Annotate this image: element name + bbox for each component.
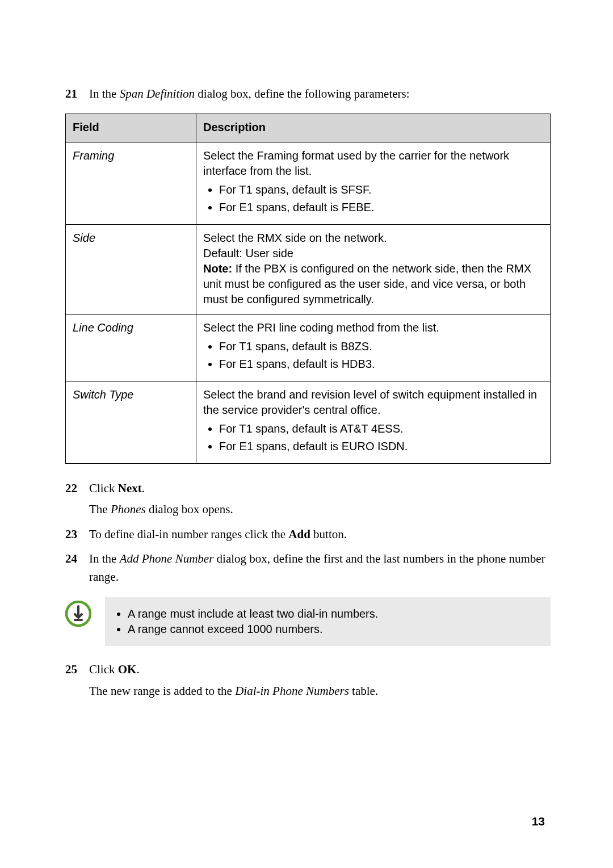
note-icon <box>65 601 91 627</box>
note-callout: A range must include at least two dial-i… <box>65 597 551 646</box>
header-field: Field <box>66 114 196 142</box>
field-desc: Select the PRI line coding method from t… <box>196 314 551 381</box>
step-number: 24 <box>65 550 89 586</box>
bullet-list: For T1 spans, default is SFSF. For E1 sp… <box>203 182 543 215</box>
list-item: For T1 spans, default is SFSF. <box>219 182 543 198</box>
bullet-list: For T1 spans, default is AT&T 4ESS. For … <box>203 421 543 454</box>
desc-note: Note: If the PBX is configured on the ne… <box>203 261 543 307</box>
field-desc: Select the RMX side on the network. Defa… <box>196 224 551 314</box>
list-item: For E1 spans, default is EURO ISDN. <box>219 439 543 454</box>
table-row: Switch Type Select the brand and revisio… <box>66 381 551 463</box>
text-bold: OK <box>118 662 137 676</box>
text: button. <box>310 527 347 541</box>
text-italic: Span Definition <box>120 87 195 100</box>
step-25: 25 Click OK. The new range is added to t… <box>65 661 551 700</box>
field-name: Switch Type <box>66 381 196 463</box>
text: . <box>142 481 145 495</box>
field-desc: Select the brand and revision level of s… <box>196 381 551 463</box>
field-desc: Select the Framing format used by the ca… <box>196 142 551 224</box>
step-body: In the Add Phone Number dialog box, defi… <box>89 550 551 586</box>
list-item: A range cannot exceed 1000 numbers. <box>128 623 541 636</box>
text: . <box>136 662 139 676</box>
step-21: 21 In the Span Definition dialog box, de… <box>65 85 551 103</box>
text-italic: Add Phone Number <box>120 552 214 565</box>
text-italic: Phones <box>111 502 146 516</box>
step-body: Click OK. The new range is added to the … <box>89 661 551 700</box>
step-subtext: The new range is added to the Dial-in Ph… <box>89 682 551 701</box>
list-item: For E1 spans, default is FEBE. <box>219 200 543 215</box>
header-desc: Description <box>196 114 551 142</box>
note-text: If the PBX is configured on the network … <box>203 262 531 305</box>
step-body: Click Next. The Phones dialog box opens. <box>89 480 551 519</box>
desc-text: Default: User side <box>203 246 543 261</box>
step-body: To define dial-in number ranges click th… <box>89 526 551 544</box>
step-number: 22 <box>65 480 89 519</box>
text: The new range is added to the <box>89 684 235 698</box>
table-row: Framing Select the Framing format used b… <box>66 142 551 224</box>
note-content: A range must include at least two dial-i… <box>105 597 551 646</box>
text: dialog box, define the following paramet… <box>195 87 409 100</box>
list-item: A range must include at least two dial-i… <box>128 607 541 620</box>
field-name: Line Coding <box>66 314 196 381</box>
table-row: Side Select the RMX side on the network.… <box>66 224 551 314</box>
field-name: Framing <box>66 142 196 224</box>
text: Click <box>89 481 118 495</box>
text: In the <box>89 87 120 100</box>
text: In the <box>89 552 120 565</box>
step-22: 22 Click Next. The Phones dialog box ope… <box>65 480 551 519</box>
list-item: For E1 spans, default is HDB3. <box>219 357 543 372</box>
desc-text: Select the PRI line coding method from t… <box>203 321 439 334</box>
desc-text: Select the Framing format used by the ca… <box>203 149 509 177</box>
step-subtext: The Phones dialog box opens. <box>89 501 551 519</box>
text-bold: Next <box>118 481 142 495</box>
note-label: Note: <box>203 262 232 275</box>
text: To define dial-in number ranges click th… <box>89 527 288 541</box>
text-italic: Dial-in Phone Numbers <box>235 684 349 698</box>
field-name: Side <box>66 224 196 314</box>
bullet-list: For T1 spans, default is B8ZS. For E1 sp… <box>203 339 543 372</box>
step-number: 21 <box>65 85 89 103</box>
note-bullet-list: A range must include at least two dial-i… <box>114 607 541 636</box>
page-number: 13 <box>532 815 545 828</box>
text: The <box>89 502 111 516</box>
text: Click <box>89 662 118 676</box>
list-item: For T1 spans, default is B8ZS. <box>219 339 543 354</box>
note-icon-wrap <box>65 597 105 629</box>
step-body: In the Span Definition dialog box, defin… <box>89 85 551 103</box>
step-number: 23 <box>65 526 89 544</box>
text: dialog box opens. <box>146 502 233 516</box>
span-definition-table: Field Description Framing Select the Fra… <box>65 114 551 464</box>
table-row: Line Coding Select the PRI line coding m… <box>66 314 551 381</box>
step-number: 25 <box>65 661 89 700</box>
desc-text: Select the brand and revision level of s… <box>203 388 537 416</box>
desc-text: Select the RMX side on the network. <box>203 230 543 246</box>
text: table. <box>349 684 378 698</box>
text-bold: Add <box>288 527 310 541</box>
step-23: 23 To define dial-in number ranges click… <box>65 526 551 544</box>
step-24: 24 In the Add Phone Number dialog box, d… <box>65 550 551 586</box>
list-item: For T1 spans, default is AT&T 4ESS. <box>219 421 543 437</box>
